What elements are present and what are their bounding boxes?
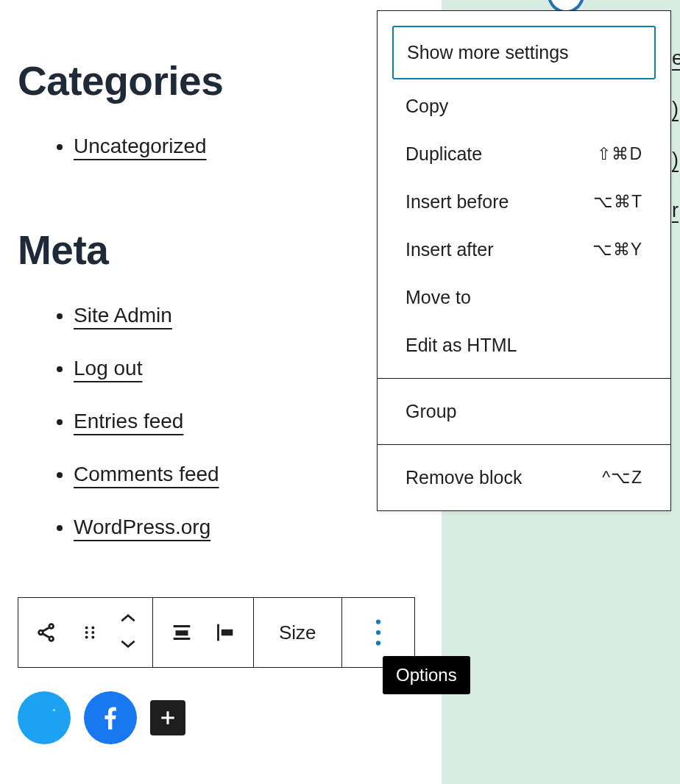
facebook-icon [96,704,124,732]
toolbar-group-size: Size [254,598,342,667]
menu-item-remove-block[interactable]: Remove block ^⌥Z [378,454,670,502]
menu-item-label: Group [405,401,456,422]
menu-item-label: Edit as HTML [405,335,517,356]
svg-point-5 [91,636,94,639]
partial-links: e ) ) r [672,47,680,222]
svg-point-2 [85,631,88,634]
list-item: WordPress.org [74,512,430,543]
meta-link[interactable]: Site Admin [74,304,172,327]
meta-link[interactable]: Entries feed [74,410,183,432]
partial-link[interactable]: ) [672,98,680,121]
meta-list: Site Admin Log out Entries feed Comments… [18,300,430,543]
chevron-up-icon [118,612,138,624]
menu-item-move-to[interactable]: Move to [378,274,670,321]
move-up-button[interactable] [118,612,138,627]
justify-button[interactable] [160,611,203,654]
svg-rect-6 [176,630,188,635]
menu-item-edit-as-html[interactable]: Edit as HTML [378,321,670,369]
svg-point-9 [375,630,380,635]
svg-point-3 [91,631,94,634]
social-icons-block [18,691,185,744]
category-link[interactable]: Uncategorized [74,135,207,157]
more-vertical-icon [375,619,381,646]
add-social-button[interactable] [150,700,185,735]
plus-icon [157,707,179,729]
align-left-icon [212,620,237,645]
menu-item-label: Move to [405,287,471,308]
partial-link[interactable]: r [672,199,680,222]
size-button[interactable]: Size [261,621,334,644]
menu-item-copy[interactable]: Copy [378,82,670,130]
menu-group: Show more settings Copy Duplicate ⇧⌘D In… [378,11,670,379]
toolbar-group-align [153,598,254,667]
sidebar-widgets: Categories Uncategorized Meta Site Admin… [18,57,430,565]
menu-item-insert-before[interactable]: Insert before ⌥⌘T [378,178,670,226]
menu-item-shortcut: ⌥⌘Y [592,240,642,260]
categories-list: Uncategorized [18,131,430,162]
share-icon [35,620,60,645]
block-options-menu: Show more settings Copy Duplicate ⇧⌘D In… [377,10,671,511]
justify-icon [169,620,194,645]
menu-item-shortcut: ⇧⌘D [597,144,642,164]
meta-link[interactable]: Comments feed [74,463,219,485]
chevron-down-icon [118,638,138,650]
menu-item-duplicate[interactable]: Duplicate ⇧⌘D [378,130,670,178]
menu-item-shortcut: ^⌥Z [602,468,642,488]
menu-item-label: Show more settings [407,42,569,63]
menu-item-shortcut: ⌥⌘T [593,192,642,212]
svg-point-4 [85,636,88,639]
meta-link[interactable]: WordPress.org [74,516,210,538]
options-button[interactable] [350,611,407,654]
svg-point-0 [85,627,88,630]
menu-group: Remove block ^⌥Z [378,445,670,510]
menu-item-label: Duplicate [405,143,482,165]
options-tooltip: Options [383,656,470,694]
toolbar-group-block [18,598,153,667]
menu-item-label: Insert after [405,239,494,260]
menu-item-insert-after[interactable]: Insert after ⌥⌘Y [378,226,670,274]
svg-point-10 [375,641,380,645]
block-mover [111,606,145,659]
menu-item-label: Insert before [405,191,509,213]
menu-item-group[interactable]: Group [378,388,670,435]
meta-heading: Meta [18,227,430,274]
svg-rect-7 [222,630,233,636]
partial-link[interactable]: ) [672,149,680,171]
categories-heading: Categories [18,57,430,104]
facebook-button[interactable] [84,691,137,744]
menu-item-show-more-settings[interactable]: Show more settings [392,26,656,79]
block-type-button[interactable] [26,611,68,654]
drag-icon [80,623,99,642]
svg-point-8 [375,619,380,624]
align-button[interactable] [203,611,246,654]
size-label: Size [279,621,316,644]
move-down-button[interactable] [118,638,138,653]
menu-group: Group [378,379,670,445]
block-toolbar: Size [18,597,415,668]
meta-link[interactable]: Log out [74,357,142,379]
svg-point-1 [91,627,94,630]
partial-link[interactable]: e [672,47,680,70]
menu-item-label: Remove block [405,467,522,488]
twitter-button[interactable] [18,691,71,744]
drag-handle[interactable] [68,611,111,654]
twitter-icon [30,704,58,732]
menu-item-label: Copy [405,96,448,117]
